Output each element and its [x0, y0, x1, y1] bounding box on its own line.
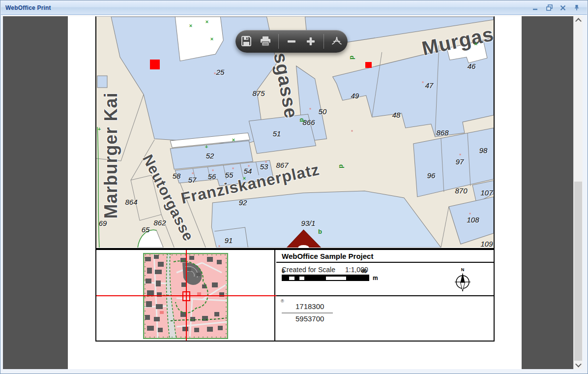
parcel-label: 108: [467, 216, 479, 224]
point-symbol: [248, 165, 250, 167]
parcel-label: 97: [456, 157, 464, 166]
parcel-label: 862: [153, 218, 166, 227]
parcel-label: 107: [480, 188, 493, 197]
map-info-cell: WebOffice Sample Project Created for Sca…: [276, 250, 494, 341]
survey-mark-icon: +: [98, 126, 101, 131]
survey-mark-icon: ×: [232, 137, 235, 142]
parcel-label: 91: [225, 236, 233, 245]
chevron-down-icon: [575, 361, 582, 368]
coordinate-divider: [282, 312, 333, 313]
window-controls: [532, 4, 587, 11]
poi-letter-label: b: [318, 228, 322, 235]
poi-letter-label: p: [297, 118, 305, 122]
print-preview-area: MurgassesgasseMarburger KaiNeutorgasseFr…: [3, 15, 583, 369]
project-title: WebOffice Sample Project: [276, 250, 494, 263]
point-symbol: [352, 130, 353, 132]
window-title: WebOffice Print: [1, 4, 51, 11]
adobe-pdf-icon[interactable]: [330, 35, 343, 48]
point-symbol: [192, 173, 194, 174]
redlining-square-marker: [365, 62, 372, 68]
parcel-label: 50: [319, 107, 327, 116]
parcel-label: 864: [125, 198, 137, 206]
coordinate-x: 1718300: [295, 302, 324, 311]
parcel-label: 53: [260, 162, 268, 171]
point-symbol: [460, 154, 461, 156]
coordinate-marker: ®: [281, 299, 284, 304]
parcel-label: 52: [206, 152, 214, 160]
parcel-label: 867: [276, 161, 288, 169]
parcel-label: 96: [427, 171, 436, 180]
street-label: sgasse: [269, 51, 302, 120]
parcel-label: 48: [392, 111, 401, 119]
coordinate-y: 5953700: [295, 314, 324, 323]
scale-row: Created for Scale 1:1,000 0 40 m N: [276, 263, 494, 296]
chevron-up-icon: [575, 18, 582, 25]
parcel-label: 65: [142, 225, 150, 234]
point-symbol: [212, 170, 214, 171]
restore-icon[interactable]: [546, 4, 553, 11]
map-extent-indicator: [182, 291, 190, 301]
parcel-label: 57: [188, 176, 197, 184]
parcel-label: 58: [173, 172, 181, 180]
scale-caption: Created for Scale: [282, 266, 335, 274]
vertical-scrollbar[interactable]: [573, 16, 583, 369]
parcel-label: 46: [468, 62, 476, 70]
survey-mark-icon: ×: [206, 19, 208, 24]
parcel-label: 51: [273, 129, 281, 138]
street-label: Marburger Kai: [101, 92, 121, 218]
point-symbol: [265, 161, 267, 163]
point-symbol: [310, 108, 311, 110]
plus-icon[interactable]: [304, 35, 317, 48]
parcel-label: 98: [479, 146, 488, 155]
toolbar-divider: [323, 34, 324, 49]
scroll-up-button[interactable]: [574, 16, 583, 25]
parcel-label: 69: [99, 219, 107, 227]
parcel-label: 109: [480, 240, 493, 248]
toolbar-divider: [278, 34, 279, 49]
print-preview-toolbar[interactable]: [235, 30, 348, 53]
print-page: MurgassesgasseMarburger KaiNeutorgasseFr…: [68, 16, 522, 369]
printer-icon[interactable]: [259, 35, 272, 48]
weboffice-print-window: WebOffice Print: [0, 0, 588, 374]
north-arrow: N: [454, 267, 471, 293]
point-symbol: [422, 82, 424, 83]
parcel-label: 92: [239, 198, 247, 207]
parcel-label: 868: [436, 128, 448, 137]
point-symbol: [470, 213, 471, 215]
survey-mark-icon: ×: [210, 36, 213, 41]
pin-icon[interactable]: [573, 4, 580, 11]
poi-letter-label: p: [348, 56, 355, 60]
north-label: N: [461, 267, 465, 272]
scalebar: [282, 275, 369, 281]
parcel-label: 47: [425, 81, 434, 90]
coordinates-row: ® 1718300 5953700: [276, 296, 494, 341]
parcel-label: 49: [351, 92, 359, 100]
survey-mark-icon: ×: [474, 41, 477, 46]
parcel-label: 875: [252, 89, 265, 97]
scrollbar-thumb[interactable]: [574, 182, 582, 369]
point-symbol: [214, 73, 216, 74]
minus-icon[interactable]: [285, 35, 298, 48]
redlining-square-marker: [150, 60, 160, 69]
scalebar-unit: m: [373, 275, 378, 281]
window-titlebar[interactable]: WebOffice Print: [1, 1, 587, 15]
survey-mark-icon: +: [205, 144, 208, 149]
parcel-label: 56: [208, 172, 216, 181]
parcel-label: 25: [216, 68, 225, 76]
parcel-label: 54: [244, 167, 252, 175]
overview-map-cell: [96, 250, 275, 341]
street-label: Murgasse: [420, 18, 494, 60]
survey-mark-icon: ×: [189, 23, 192, 28]
survey-mark-icon: ×: [243, 176, 246, 181]
poi-letter-label: p: [337, 164, 344, 168]
parcel-label: 55: [225, 171, 234, 179]
scalebar-start-label: 0: [282, 268, 285, 274]
parcel-label: 870: [455, 187, 467, 195]
close-icon[interactable]: [559, 4, 566, 11]
floppy-icon[interactable]: [240, 35, 253, 48]
minimize-icon[interactable]: [532, 4, 539, 11]
point-symbol: [219, 246, 220, 247]
parcel-label: 93/1: [301, 219, 315, 227]
scalebar-end-label: 40: [361, 268, 367, 274]
scroll-down-button[interactable]: [574, 361, 583, 369]
